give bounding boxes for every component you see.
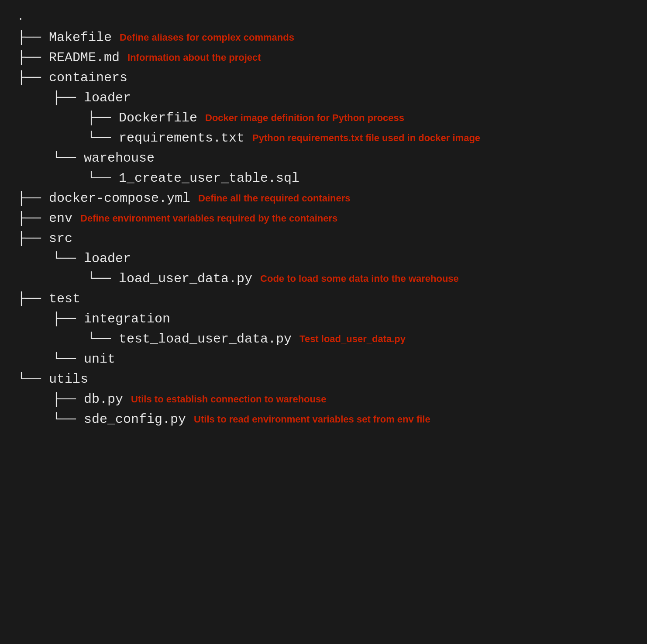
root-indicator: ·: [17, 13, 630, 28]
list-item: └── sde_config.pyUtils to read environme…: [17, 409, 630, 429]
tree-item-label: sde_config.py: [84, 412, 186, 427]
tree-item-label: loader: [84, 251, 131, 266]
tree-item-label: README.md: [49, 50, 120, 65]
list-item: └── unit: [17, 349, 630, 369]
tree-item-label: loader: [84, 90, 131, 105]
tree-item-annotation: Python requirements.txt file used in doc…: [252, 132, 480, 144]
tree-item-annotation: Utils to read environment variables set …: [194, 414, 430, 425]
tree-branch-connector: ├──: [52, 90, 84, 105]
list-item: ├── MakefileDefine aliases for complex c…: [17, 28, 630, 48]
tree-branch-connector: └──: [87, 131, 119, 145]
tree-branch-connector: ├──: [17, 231, 49, 246]
tree-item-label: unit: [84, 352, 115, 367]
tree-item-annotation: Test load_user_data.py: [299, 333, 406, 345]
tree-item-label: requirements.txt: [119, 131, 244, 145]
list-item: ├── loader: [17, 88, 630, 108]
tree-item-label: db.py: [84, 392, 123, 407]
list-item: ├── test: [17, 289, 630, 309]
tree-item-label: src: [49, 231, 72, 246]
list-item: └── 1_create_user_table.sql: [17, 168, 630, 188]
tree-branch-connector: ├──: [87, 111, 119, 125]
tree-item-label: 1_create_user_table.sql: [119, 171, 299, 186]
list-item: ├── envDefine environment variables requ…: [17, 208, 630, 229]
tree-item-label: Makefile: [49, 30, 112, 45]
tree-branch-connector: └──: [52, 151, 84, 166]
list-item: ├── docker-compose.ymlDefine all the req…: [17, 188, 630, 208]
tree-branch-connector: ├──: [52, 312, 84, 326]
tree-branch-connector: ├──: [17, 191, 49, 206]
tree-branch-connector: ├──: [52, 392, 84, 407]
tree-branch-connector: └──: [87, 332, 119, 346]
tree-item-label: docker-compose.yml: [49, 191, 190, 206]
tree-branch-connector: └──: [17, 372, 49, 387]
list-item: ├── README.mdInformation about the proje…: [17, 48, 630, 68]
tree-branch-connector: ├──: [17, 70, 49, 85]
tree-branch-connector: ├──: [17, 30, 49, 45]
file-tree: · ├── MakefileDefine aliases for complex…: [17, 9, 630, 429]
tree-item-annotation: Define environment variables required by…: [80, 213, 337, 224]
tree-item-label: utils: [49, 372, 88, 387]
tree-branch-connector: ├──: [17, 50, 49, 65]
tree-item-annotation: Code to load some data into the warehous…: [260, 273, 459, 284]
tree-branch-connector: └──: [87, 271, 119, 286]
tree-item-label: test: [49, 291, 80, 306]
tree-branch-connector: └──: [87, 171, 119, 186]
tree-item-label: containers: [49, 70, 127, 85]
tree-branch-connector: └──: [52, 352, 84, 367]
list-item: ├── integration: [17, 309, 630, 329]
list-item: ├── db.pyUtils to establish connection t…: [17, 389, 630, 409]
list-item: └── loader: [17, 249, 630, 269]
tree-item-label: warehouse: [84, 151, 155, 166]
tree-item-label: test_load_user_data.py: [119, 332, 292, 346]
list-item: └── requirements.txtPython requirements.…: [17, 128, 630, 148]
list-item: ├── DockerfileDocker image definition fo…: [17, 108, 630, 128]
tree-item-annotation: Docker image definition for Python proce…: [205, 112, 404, 124]
list-item: └── utils: [17, 369, 630, 389]
list-item: └── warehouse: [17, 148, 630, 168]
list-item: └── test_load_user_data.pyTest load_user…: [17, 329, 630, 349]
tree-item-label: Dockerfile: [119, 111, 197, 125]
tree-branch-connector: └──: [52, 251, 84, 266]
tree-branch-connector: ├──: [17, 211, 49, 226]
tree-branch-connector: └──: [52, 412, 84, 427]
list-item: ├── src: [17, 229, 630, 249]
tree-item-annotation: Utils to establish connection to warehou…: [131, 394, 326, 405]
list-item: ├── containers: [17, 68, 630, 88]
tree-branch-connector: ├──: [17, 291, 49, 306]
list-item: └── load_user_data.pyCode to load some d…: [17, 269, 630, 289]
tree-item-annotation: Define all the required containers: [198, 193, 350, 204]
tree-item-label: integration: [84, 312, 170, 326]
tree-item-annotation: Information about the project: [127, 52, 261, 63]
tree-item-label: env: [49, 211, 72, 226]
tree-item-label: load_user_data.py: [119, 271, 252, 286]
tree-item-annotation: Define aliases for complex commands: [120, 32, 294, 43]
